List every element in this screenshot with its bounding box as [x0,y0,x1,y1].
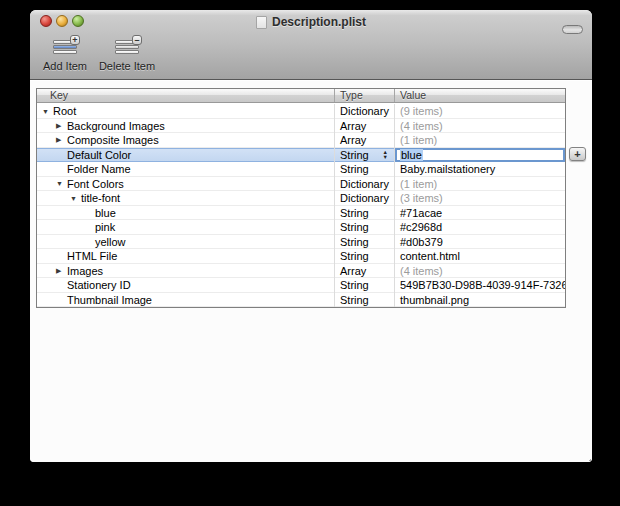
table-row[interactable]: Default ColorString▲▼blue [37,148,565,163]
add-item-button[interactable]: + Add Item [32,38,98,78]
type-cell[interactable]: String [334,220,394,235]
value-cell[interactable]: content.html [394,249,565,264]
type-cell[interactable]: Array [334,264,394,279]
value-cell[interactable]: Baby.mailstationery [394,162,565,177]
table-row[interactable]: Folder NameStringBaby.mailstationery [37,162,565,177]
value-label: Baby.mailstationery [400,163,495,175]
key-label: blue [95,207,116,219]
resize-grip-icon[interactable] [578,448,591,461]
minus-badge-icon: – [132,35,142,45]
key-label: Folder Name [67,163,131,175]
value-label: thumbnail.png [400,294,469,306]
table-row[interactable]: ▼title-fontDictionary(3 items) [37,191,565,206]
value-cell[interactable]: 549B7B30-D98B-4039-914F-7326E54 [394,278,565,293]
table-row[interactable]: ▼RootDictionary(9 items) [37,104,565,119]
plist-editor-window: Description.plist + Add Item – Delete It… [30,10,592,462]
type-cell[interactable]: String [334,293,394,308]
column-header-type[interactable]: Type [334,89,394,102]
type-cell[interactable]: String [334,249,394,264]
toolbar: + Add Item – Delete Item [30,32,592,80]
value-label: (4 items) [400,120,443,132]
type-label: Array [340,265,366,277]
value-cell[interactable]: (9 items) [394,104,565,119]
value-cell[interactable]: (4 items) [394,264,565,279]
key-cell: Folder Name [37,162,334,177]
table-row[interactable]: HTML FileStringcontent.html [37,249,565,264]
type-label: String [340,294,369,306]
type-label: Dictionary [340,192,389,204]
value-label: (4 items) [400,265,443,277]
value-cell[interactable]: thumbnail.png [394,293,565,308]
type-label: Dictionary [340,178,389,190]
column-header-key[interactable]: Key [37,89,334,102]
table-row[interactable]: ▶Composite ImagesArray(1 item) [37,133,565,148]
key-label: Default Color [67,149,131,161]
plus-badge-icon: + [70,35,80,45]
type-cell[interactable]: Array [334,133,394,148]
value-cell[interactable]: (1 item) [394,177,565,192]
type-cell[interactable]: String [334,162,394,177]
type-cell[interactable]: String [334,235,394,250]
key-label: Stationery ID [67,279,131,291]
value-label: (3 items) [400,192,443,204]
type-cell[interactable]: String▲▼ [334,148,394,163]
table-row[interactable]: blueString#71acae [37,206,565,221]
value-cell[interactable]: (1 item) [394,133,565,148]
type-cell[interactable]: String [334,278,394,293]
disclosure-open-icon[interactable]: ▼ [70,195,81,202]
plist-table: Key Type Value ▼RootDictionary(9 items)▶… [36,88,566,308]
type-label: String [340,149,369,161]
add-list-icon: + [51,38,79,58]
value-label: #d0b379 [400,236,443,248]
key-label: Font Colors [67,178,124,190]
key-label: Root [53,105,76,117]
table-row[interactable]: yellowString#d0b379 [37,235,565,250]
key-cell: ▼Font Colors [37,177,334,192]
key-label: Images [67,265,103,277]
key-cell: HTML File [37,249,334,264]
type-label: Array [340,120,366,132]
disclosure-closed-icon[interactable]: ▶ [56,136,67,144]
table-row[interactable]: ▼Font ColorsDictionary(1 item) [37,177,565,192]
key-label: pink [95,221,115,233]
disclosure-closed-icon[interactable]: ▶ [56,122,67,130]
type-cell[interactable]: Array [334,119,394,134]
title-bar[interactable]: Description.plist [30,10,592,32]
value-cell[interactable]: #c2968d [394,220,565,235]
delete-item-button[interactable]: – Delete Item [94,38,160,78]
type-label: String [340,250,369,262]
table-row[interactable]: Thumbnail ImageStringthumbnail.png [37,293,565,308]
table-row[interactable]: ▶ImagesArray(4 items) [37,264,565,279]
table-row[interactable]: Stationery IDString549B7B30-D98B-4039-91… [37,278,565,293]
table-row[interactable]: pinkString#c2968d [37,220,565,235]
add-row-button[interactable]: + [569,147,586,161]
type-cell[interactable]: Dictionary [334,191,394,206]
disclosure-open-icon[interactable]: ▼ [56,180,67,187]
type-label: Array [340,134,366,146]
table-row[interactable]: ▶Background ImagesArray(4 items) [37,119,565,134]
disclosure-closed-icon[interactable]: ▶ [56,267,67,275]
key-cell: Default Color [37,148,334,163]
value-label: (1 item) [400,178,437,190]
key-cell: Thumbnail Image [37,293,334,308]
key-cell: ▼title-font [37,191,334,206]
type-label: String [340,221,369,233]
type-label: String [340,207,369,219]
type-cell[interactable]: String [334,206,394,221]
value-label: (1 item) [400,134,437,146]
type-label: String [340,163,369,175]
document-icon[interactable] [256,16,267,29]
value-edit-field[interactable]: blue [395,148,565,163]
key-cell: Stationery ID [37,278,334,293]
key-label: HTML File [67,250,117,262]
disclosure-open-icon[interactable]: ▼ [42,108,53,115]
type-cell[interactable]: Dictionary [334,104,394,119]
type-stepper-icon[interactable]: ▲▼ [383,148,388,163]
value-cell[interactable]: (3 items) [394,191,565,206]
type-cell[interactable]: Dictionary [334,177,394,192]
value-cell[interactable]: blue [394,148,565,163]
value-cell[interactable]: (4 items) [394,119,565,134]
column-header-value[interactable]: Value [394,89,565,102]
value-cell[interactable]: #71acae [394,206,565,221]
value-cell[interactable]: #d0b379 [394,235,565,250]
